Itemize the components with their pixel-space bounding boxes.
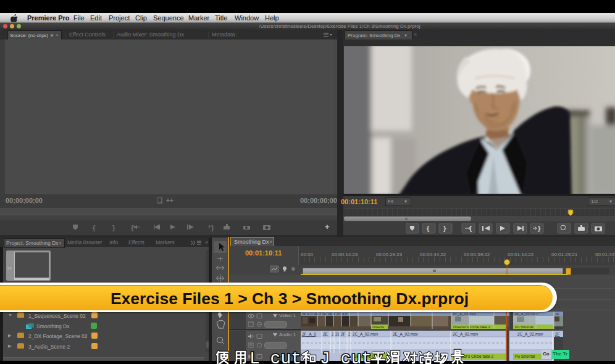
svg-text:2E_A_02.mov: 2E_A_02.mov <box>393 332 419 337</box>
svg-text:}: } <box>112 224 115 231</box>
svg-text:}: } <box>538 225 541 232</box>
svg-text:2C_A_02.mov: 2C_A_02.mov <box>453 332 479 337</box>
svg-text:2F: 2F <box>555 332 560 336</box>
svg-text:Director's Circle take 2: Director's Circle take 2 <box>453 325 491 329</box>
svg-text:2F A 0 2E 2 2E 2E 2 2C A 0: 2F A 0 2E 2 2E 2E 2 2C A 0 <box>302 312 348 316</box>
svg-text:}: } <box>443 225 446 232</box>
svg-text:Directo: Directo <box>372 325 385 329</box>
svg-text:2: 2 <box>332 332 334 336</box>
svg-text:}: } <box>211 224 214 231</box>
svg-text:2C_A_02.mov: 2C_A_02.mov <box>453 312 476 316</box>
svg-text:L cut: L cut <box>249 349 301 364</box>
svg-text:Pu Stromal: Pu Stromal <box>515 354 535 358</box>
svg-text:{: { <box>427 225 430 232</box>
svg-text:{: { <box>131 224 134 231</box>
svg-text:Pu Stromal: Pu Stromal <box>515 325 533 329</box>
svg-text:{: { <box>469 225 472 232</box>
svg-text:{: { <box>93 224 96 231</box>
svg-text:2E: 2E <box>323 332 328 336</box>
svg-text:2F: 2F <box>555 312 559 316</box>
svg-text:2F: 2F <box>341 332 346 336</box>
svg-text:J cut: J cut <box>320 349 372 364</box>
svg-text:2: 2 <box>348 332 351 336</box>
svg-text:2E_A_02.mov: 2E_A_02.mov <box>514 312 538 316</box>
svg-text:2F_A_0: 2F_A_0 <box>302 332 316 337</box>
svg-text:2C_A_02.mov: 2C_A_02.mov <box>353 332 379 337</box>
svg-text:2C_A_02.mov: 2C_A_02.mov <box>517 332 543 337</box>
